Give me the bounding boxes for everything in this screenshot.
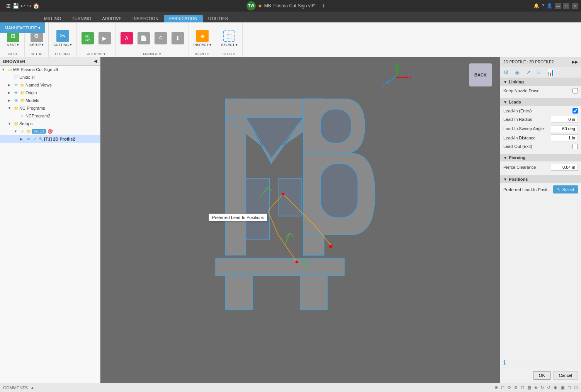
minimize-button[interactable]: — <box>555 3 561 9</box>
qa-new-icon[interactable]: ⊞ <box>6 3 11 9</box>
sidebar-item-profile2[interactable]: ▶ 👁 ✓ 🔧 [T1] 2D Profile2 <box>0 135 100 143</box>
tab-geometry[interactable]: ◈ <box>512 67 523 78</box>
keep-nozzle-checkbox[interactable] <box>573 88 578 93</box>
section-piercing-header[interactable]: ▼ Piercing <box>500 154 581 161</box>
sidebar-item-setups[interactable]: ▼ 📁 Setups <box>0 120 100 127</box>
qa-save-icon[interactable]: 💾 <box>12 3 19 9</box>
expand-icon-models: ▶ <box>8 98 13 102</box>
svg-line-24 <box>290 233 294 237</box>
sidebar-item-namedviews[interactable]: ▶ 👁 📁 Named Views <box>0 81 100 89</box>
sidebar-item-ncprogram2[interactable]: ✓ NCProgram2 <box>0 112 100 120</box>
tab-additive[interactable]: ADDITIVE <box>97 15 127 22</box>
bottom-icon-7[interactable]: ◈ <box>534 385 537 390</box>
lead-in-sweep-value[interactable]: 60 deg <box>551 125 578 132</box>
select-button-ribbon[interactable]: ⬚ SELECT ▾ <box>219 28 239 48</box>
bottom-icon-3[interactable]: ⟳ <box>508 385 511 390</box>
qa-undo-icon[interactable]: ↩ <box>20 3 25 9</box>
tab-paths[interactable]: ↗ <box>523 67 534 78</box>
bottom-icon-1[interactable]: ⊕ <box>494 385 498 390</box>
ribbon-toolbar: ⊞ NEST ▾ NEST ⚙ SETUP ▾ SETUP ✂ CUTTING … <box>0 22 581 57</box>
pierce-clearance-value[interactable]: 0.04 in <box>551 164 578 171</box>
tab-fabrication[interactable]: FABRICATION <box>164 15 203 22</box>
maximize-button[interactable]: □ <box>563 3 569 9</box>
sidebar-toggle-icon[interactable]: ◀ <box>94 59 97 64</box>
manage-export-icon: ⬇ <box>172 32 184 44</box>
panel-expand-icon[interactable]: ▶▶ <box>572 59 578 64</box>
manufacture-dropdown-button[interactable]: MANUFACTURE ▾ <box>0 22 45 33</box>
manage-copy-button[interactable]: G <box>153 31 168 46</box>
manage-a-button[interactable]: A <box>119 31 134 46</box>
sidebar-item-setup2[interactable]: ▼ ✓ 📁 Setup2 🎯 <box>0 127 100 135</box>
qa-redo-icon[interactable]: ↪ <box>27 3 31 9</box>
bottom-left-section: COMMENTS ▲ <box>3 385 494 390</box>
tab-turning[interactable]: TURNING <box>66 15 97 22</box>
ok-button[interactable]: OK <box>533 371 551 380</box>
bottom-icon-2[interactable]: ◻ <box>501 385 505 390</box>
bottom-icon-6[interactable]: ▦ <box>527 385 531 390</box>
ribbon-group-actions: G1G2 ▶ ACTIONS ▾ <box>77 22 116 57</box>
help-icon[interactable]: ? <box>542 3 544 8</box>
preferred-leadin-label: Preferred Lead-In Posit... <box>503 187 552 192</box>
info-icon[interactable]: ℹ <box>503 359 506 366</box>
cancel-button[interactable]: Cancel <box>553 371 578 380</box>
comments-label: COMMENTS <box>3 385 28 390</box>
svg-text:Z: Z <box>396 62 399 66</box>
nest-label: NEST <box>8 52 17 57</box>
bottom-icon-13[interactable]: ⬡ <box>574 385 578 390</box>
bottom-icon-4[interactable]: ⊗ <box>514 385 518 390</box>
bottom-icon-10[interactable]: ◉ <box>554 385 557 390</box>
close-button[interactable]: × <box>572 3 578 9</box>
ribbon-group-cutting: ✂ CUTTING ▾ CUTTING <box>49 22 77 57</box>
section-positions-header[interactable]: ▼ Positions <box>500 175 581 183</box>
add-tab-icon[interactable]: ＋ <box>320 2 326 10</box>
actions-play-button[interactable]: ▶ <box>97 31 112 46</box>
sidebar-item-label-ncprograms: NC Programs <box>19 106 45 110</box>
lead-in-entry-checkbox[interactable] <box>573 108 578 114</box>
manage-copy-icon: G <box>155 32 167 44</box>
bottom-icon-9[interactable]: ↺ <box>547 385 550 390</box>
cursor-icon: ↖ <box>557 187 561 192</box>
manage-export-button[interactable]: ⬇ <box>170 31 185 46</box>
select-label: SELECT <box>223 52 236 57</box>
user-icon[interactable]: 👤 <box>547 3 552 8</box>
manage-doc-button[interactable]: 📄 <box>136 31 151 46</box>
cutting-button[interactable]: ✂ CUTTING ▾ <box>52 28 73 48</box>
tab-inspection[interactable]: INSPECTION <box>127 15 164 22</box>
bottom-icon-8[interactable]: ↻ <box>540 385 544 390</box>
lead-in-radius-value[interactable]: 0 in <box>551 116 578 123</box>
comments-expand-icon[interactable]: ▲ <box>30 385 34 390</box>
actions-g1g2-button[interactable]: G1G2 <box>80 31 95 46</box>
tab-settings[interactable]: ⚙ <box>500 67 512 78</box>
folder-icon-setups: 📁 <box>13 120 19 127</box>
bottom-icon-11[interactable]: ▣ <box>561 385 564 390</box>
sidebar-item-ncprograms[interactable]: ▼ 📁 NC Programs <box>0 104 100 112</box>
keep-nozzle-label: Keep Nozzle Down <box>503 88 571 93</box>
prop-lead-out-exit: Lead-Out (Exit) <box>503 144 578 149</box>
lead-in-sweep-label: Lead-In Sweep Angle <box>503 126 549 131</box>
section-leads-header[interactable]: ▼ Leads <box>500 98 581 106</box>
inspect-button[interactable]: ◈ INSPECT ▾ <box>192 28 213 48</box>
notification-icon[interactable]: 🔔 <box>533 3 539 8</box>
section-linking-header[interactable]: ▼ Linking <box>500 78 581 86</box>
sidebar-item-units[interactable]: 📄 Units: in <box>0 73 100 81</box>
tab-chart[interactable]: 📊 <box>544 67 557 78</box>
section-piercing-content: Pierce Clearance 0.04 in <box>500 161 581 175</box>
select-icon: ⬚ <box>223 30 235 42</box>
select-button-label: Select <box>562 187 574 192</box>
title-bar-right: 🔔 ? 👤 — □ × <box>533 3 578 9</box>
sidebar-item-models[interactable]: ▶ 👁 📁 Models <box>0 97 100 104</box>
bottom-icon-12[interactable]: ◻ <box>567 385 571 390</box>
tab-milling[interactable]: MILLING <box>39 15 66 22</box>
sidebar-item-root[interactable]: ▼ 🗂 MB Plasma Cut Sign v9 <box>0 66 100 73</box>
play-icon: ▶ <box>99 32 111 44</box>
select-leadin-button[interactable]: ↖ Select <box>553 185 578 193</box>
tab-utilities[interactable]: UTILITIES <box>203 15 233 22</box>
tab-list[interactable]: ≡ <box>534 67 544 78</box>
lead-out-exit-checkbox[interactable] <box>573 144 578 149</box>
bottom-icon-5[interactable]: ◻ <box>521 385 524 390</box>
lead-in-distance-value[interactable]: 1 in <box>551 134 578 141</box>
sidebar-item-origin[interactable]: ▶ 👁 📁 Origin <box>0 89 100 97</box>
section-positions-content: Preferred Lead-In Posit... ↖ Select <box>500 183 581 198</box>
qa-home-icon[interactable]: 🏠 <box>33 3 39 9</box>
view-cube[interactable]: BACK <box>469 63 492 87</box>
